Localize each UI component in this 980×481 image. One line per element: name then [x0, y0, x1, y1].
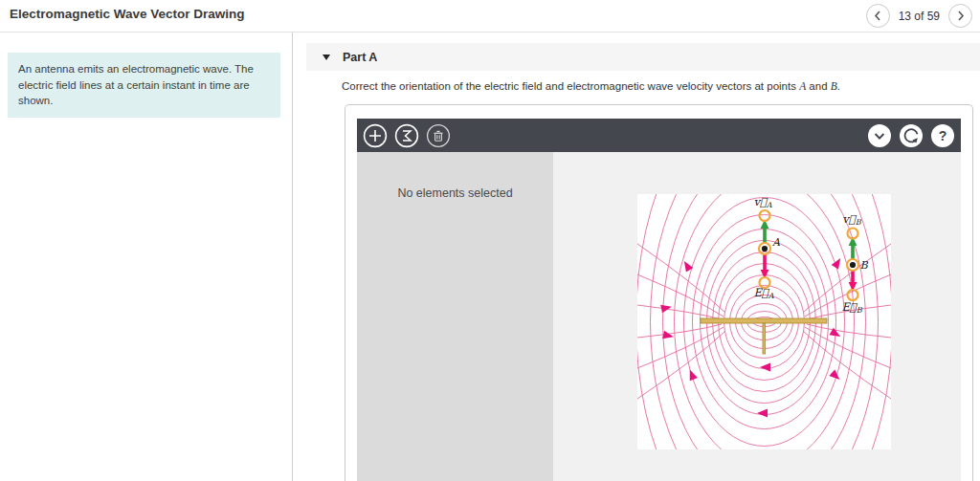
reset-button[interactable] [899, 123, 924, 148]
chevron-right-icon [954, 10, 967, 22]
vector-drawing-tool: ? No elements selected [345, 104, 973, 481]
point-b-ref: B [831, 80, 837, 92]
delete-button[interactable] [426, 123, 451, 148]
part-a-header[interactable]: Part A [306, 43, 980, 71]
problem-intro-note: An antenna emits an electromagnetic wave… [8, 53, 280, 118]
collapse-icon [867, 123, 892, 148]
label-eb: E⃗B [841, 300, 862, 315]
label-point-b: B [860, 259, 869, 272]
label-ea: E⃗A [753, 286, 773, 300]
point-b-dot [850, 262, 856, 268]
page-title: Electromagnetic Wave Vector Drawing [10, 7, 245, 21]
instruction-end: . [837, 80, 840, 92]
part-a-instruction: Correct the orientation of the electric … [342, 80, 840, 92]
delete-icon [426, 123, 451, 148]
help-button[interactable]: ? [930, 123, 955, 148]
reset-icon [899, 123, 924, 148]
mastering-physics-item: Electromagnetic Wave Vector Drawing 13 o… [0, 0, 980, 481]
item-pager: 13 of 59 [866, 4, 972, 28]
add-vector-button[interactable] [363, 123, 388, 148]
label-vb: v⃗B [842, 212, 861, 227]
sigma-icon [394, 123, 419, 148]
instruction-mid: and [806, 80, 831, 92]
collapse-triangle-icon [323, 55, 330, 60]
field-diagram: v⃗A E⃗A v⃗B E⃗B A B [637, 194, 891, 449]
selection-panel: No elements selected [357, 152, 553, 481]
drawing-canvas[interactable]: v⃗A E⃗A v⃗B E⃗B A B [553, 152, 961, 481]
dipole-field-svg: v⃗A E⃗A v⃗B E⃗B A B [637, 194, 891, 449]
part-a-title: Part A [343, 51, 377, 64]
handle-ring-va[interactable] [760, 210, 770, 221]
label-point-a: A [771, 236, 781, 249]
pager-position: 13 of 59 [899, 10, 940, 23]
help-icon: ? [930, 123, 955, 148]
label-va: v⃗A [753, 195, 771, 209]
sum-button[interactable] [394, 123, 419, 148]
svg-text:?: ? [939, 128, 947, 143]
collapse-toolbar-button[interactable] [867, 123, 892, 148]
prev-item-button[interactable] [866, 4, 890, 28]
instruction-text: Correct the orientation of the electric … [342, 80, 799, 92]
chevron-left-icon [872, 10, 884, 22]
point-a-dot [762, 246, 768, 251]
tool-content: No elements selected [357, 152, 961, 481]
column-divider [292, 33, 293, 481]
tool-toolbar: ? [357, 119, 961, 152]
add-vector-icon [363, 123, 388, 148]
next-item-button[interactable] [948, 4, 972, 28]
header: Electromagnetic Wave Vector Drawing 13 o… [0, 0, 980, 33]
